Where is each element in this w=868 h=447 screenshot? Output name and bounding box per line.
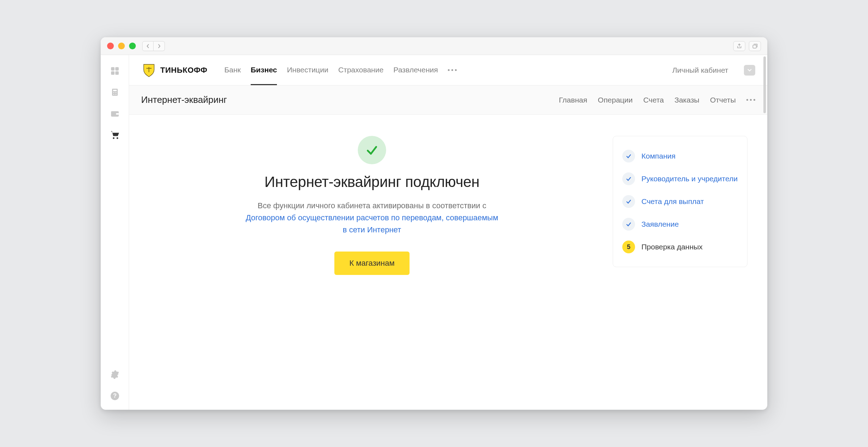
brand[interactable]: ТИНЬКОФФ: [141, 62, 207, 78]
svg-point-13: [113, 137, 115, 139]
brand-logo-icon: [141, 62, 157, 78]
cabinet-toggle[interactable]: [744, 65, 755, 76]
svg-rect-4: [115, 71, 119, 75]
step-payout-accounts[interactable]: Счета для выплат: [622, 190, 738, 213]
check-icon: [622, 150, 635, 162]
step-application[interactable]: Заявление: [622, 213, 738, 236]
step-company[interactable]: Компания: [622, 145, 738, 167]
success-headline: Интернет-эквайринг подключен: [265, 173, 479, 191]
step-label: Счета для выплат: [641, 197, 704, 206]
tab-accounts[interactable]: Счета: [643, 96, 664, 104]
agreement-link[interactable]: Договором об осуществлении расчетов по п…: [246, 213, 498, 234]
success-description: Все функции личного кабинета активирован…: [244, 200, 500, 236]
success-icon: [358, 136, 386, 164]
tab-operations[interactable]: Операции: [598, 96, 633, 104]
apps-icon[interactable]: [110, 66, 120, 76]
svg-rect-6: [113, 90, 117, 91]
to-shops-button[interactable]: К магазинам: [334, 252, 410, 275]
step-number-badge: 5: [622, 241, 635, 253]
product-sidebar: ?: [101, 55, 129, 410]
minimize-button[interactable]: [118, 43, 125, 49]
svg-rect-3: [111, 71, 115, 75]
window-titlebar: [101, 37, 767, 55]
check-icon: [622, 218, 635, 231]
progress-card: Компания Руководитель и учредители Счета…: [613, 136, 747, 267]
step-management[interactable]: Руководитель и учредители: [622, 167, 738, 190]
page-title: Интернет-эквайринг: [141, 94, 227, 105]
help-icon[interactable]: ?: [110, 391, 120, 401]
svg-rect-12: [116, 113, 119, 115]
svg-rect-1: [111, 67, 115, 71]
svg-point-10: [115, 94, 116, 95]
nav-back-button[interactable]: [142, 41, 154, 51]
desc-prefix: Все функции личного кабинета активирован…: [258, 201, 486, 210]
nav-investments[interactable]: Инвестиции: [287, 55, 328, 85]
check-icon: [622, 195, 635, 208]
svg-rect-0: [753, 45, 756, 48]
tab-orders[interactable]: Заказы: [674, 96, 699, 104]
nav-cabinet[interactable]: Личный кабинет: [672, 66, 728, 74]
cart-icon[interactable]: [110, 129, 120, 140]
step-label: Компания: [641, 151, 675, 161]
traffic-lights: [107, 43, 136, 49]
svg-point-14: [116, 137, 118, 139]
svg-rect-2: [115, 67, 119, 71]
svg-text:?: ?: [113, 392, 117, 399]
svg-point-9: [113, 94, 114, 95]
nav-business[interactable]: Бизнес: [251, 55, 277, 85]
nav-back-forward: [142, 41, 165, 51]
check-icon: [622, 172, 635, 185]
browser-window: ? ТИНЬКОФФ Банк Би: [101, 37, 767, 410]
tabs-overview-button[interactable]: [749, 41, 761, 51]
section-nav: Интернет-эквайринг Главная Операции Счет…: [129, 85, 767, 115]
step-label: Проверка данных: [641, 242, 703, 252]
wallet-icon[interactable]: [110, 108, 120, 119]
section-more-icon[interactable]: [746, 99, 755, 101]
brand-name: ТИНЬКОФФ: [160, 66, 207, 75]
tab-reports[interactable]: Отчеты: [710, 96, 736, 104]
nav-insurance[interactable]: Страхование: [338, 55, 384, 85]
nav-entertainment[interactable]: Развлечения: [394, 55, 438, 85]
step-label: Заявление: [641, 219, 679, 229]
nav-bank[interactable]: Банк: [224, 55, 241, 85]
svg-point-8: [115, 92, 116, 93]
scrollbar[interactable]: [763, 56, 766, 113]
nav-more-icon[interactable]: [448, 69, 457, 71]
maximize-button[interactable]: [129, 43, 136, 49]
close-button[interactable]: [107, 43, 114, 49]
step-label: Руководитель и учредители: [641, 174, 738, 183]
nav-forward-button[interactable]: [154, 41, 165, 51]
step-verification: 5 Проверка данных: [622, 236, 738, 258]
global-nav: ТИНЬКОФФ Банк Бизнес Инвестиции Страхова…: [129, 55, 767, 85]
settings-icon[interactable]: [110, 369, 120, 380]
calculator-icon[interactable]: [110, 87, 120, 98]
tab-main[interactable]: Главная: [559, 96, 587, 104]
share-button[interactable]: [733, 41, 745, 51]
svg-point-7: [113, 92, 114, 93]
main-content: Интернет-эквайринг подключен Все функции…: [129, 115, 767, 296]
